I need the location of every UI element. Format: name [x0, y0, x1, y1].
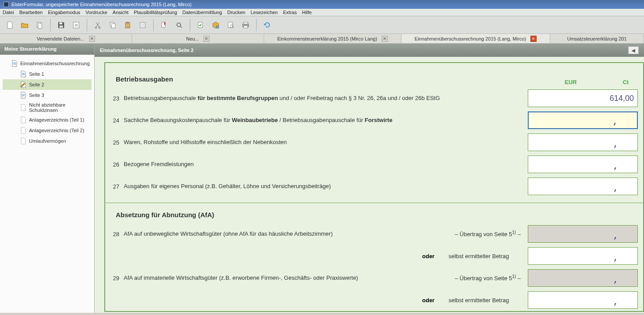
tab-einkommensteuer[interactable]: Einkommensteuererklärung 2015 (Mirco Lan… [264, 34, 401, 43]
svg-rect-21 [244, 26, 247, 28]
preview-button[interactable] [224, 19, 237, 31]
menu-bearbeiten[interactable]: Bearbeiten [19, 10, 43, 15]
documents-button[interactable] [33, 19, 46, 31]
svg-rect-10 [125, 22, 130, 28]
copy-button[interactable] [107, 19, 119, 31]
tree-anlage-1[interactable]: Anlageverzeichnis (Teil 1) [3, 115, 92, 125]
new-file-button[interactable] [4, 19, 16, 31]
selbst-label: selbst ermittelter Betrag [449, 297, 528, 304]
svg-point-14 [177, 23, 180, 26]
refresh-button[interactable] [261, 19, 273, 31]
form-row-28-alt: oder selbst ermittelter Betrag , [105, 245, 643, 267]
save-with-date-button[interactable]: 15 [70, 19, 82, 31]
svg-rect-11 [127, 22, 129, 23]
page-icon [11, 60, 18, 67]
tab-neu[interactable]: Neu...✕ [132, 34, 264, 43]
amount-input-24[interactable]: , [528, 111, 638, 129]
svg-rect-3 [59, 25, 63, 27]
notes-button[interactable] [136, 19, 149, 31]
tree-seite-3[interactable]: Seite 3 [3, 90, 92, 100]
row-number: 26 [105, 161, 124, 168]
row-description: AfA auf unbewegliche Wirtschaftsgüter (o… [124, 230, 440, 238]
form-row-29: 29 AfA auf immaterielle Wirtschaftsgüter… [105, 267, 643, 289]
section-betriebsausgaben: Betriebsausgaben [105, 67, 528, 87]
amount-input-26[interactable]: , [528, 156, 638, 173]
tab-einnahmenueberschuss[interactable]: Einnahmenüberschussrechnung 2015 (Lang, … [401, 34, 550, 43]
validate-button[interactable] [195, 19, 207, 31]
form-scroll-area[interactable]: Betriebsausgaben EUR Ct 23 Betriebsausga… [95, 57, 644, 313]
eur-label: EUR [528, 79, 614, 85]
amount-display-28a: , [528, 225, 638, 243]
tab-umsatzsteuer[interactable]: Umsatzsteuererklärung 201 [550, 34, 644, 43]
print-button[interactable] [239, 19, 252, 31]
oder-label: oder [422, 253, 449, 259]
row-number: 27 [105, 183, 124, 190]
menu-vordrucke[interactable]: Vordrucke [85, 10, 107, 15]
save-button[interactable] [55, 19, 67, 31]
tree-seite-1[interactable]: Seite 1 [3, 69, 92, 79]
content-title: Einnahmenüberschussrechnung, Seite 2 [100, 48, 194, 53]
system-menu-icon[interactable] [4, 2, 9, 7]
row-description: Betriebsausgabenpauschale für bestimmte … [124, 94, 528, 102]
amount-input-23[interactable]: 614,00 [528, 89, 638, 107]
row-number: 25 [105, 139, 124, 146]
bookmark-button[interactable] [158, 19, 170, 31]
amount-input-27[interactable]: , [528, 178, 638, 195]
blank-page-icon [20, 137, 26, 145]
tree-anlage-2[interactable]: Anlageverzeichnis (Teil 2) [3, 125, 92, 136]
menu-eingabemodus[interactable]: Eingabemodus [48, 10, 80, 15]
tab-close-icon[interactable]: ✕ [89, 36, 95, 42]
menu-plausibilitaet[interactable]: Plausibilitätsprüfung [134, 10, 177, 15]
zoom-button[interactable] [173, 19, 185, 31]
row-description: Bezogene Fremdleistungen [124, 160, 528, 168]
tree-umlaufvermoegen[interactable]: Umlaufvermögen [3, 136, 92, 146]
svg-rect-9 [112, 23, 115, 28]
form-row-29-alt: oder selbst ermittelter Betrag , [105, 289, 643, 311]
menu-lesezeichen[interactable]: Lesezeichen [250, 10, 278, 15]
tree-seite-2[interactable]: Seite 2 [3, 79, 92, 90]
sidebar-title: Meine Steuererklärung [0, 44, 94, 55]
tab-close-icon[interactable]: ✕ [203, 36, 210, 42]
menu-datei[interactable]: Datei [3, 10, 14, 15]
transmit-button[interactable] [210, 19, 222, 31]
menu-datenuebermittlung[interactable]: Datenübermittlung [182, 10, 222, 15]
menu-ansicht[interactable]: Ansicht [113, 10, 129, 15]
tab-verwendete-dateien[interactable]: Verwendete Dateien...✕ [0, 34, 132, 43]
tree-root-einnahmen[interactable]: Einnahmenüberschussrechnung [3, 58, 92, 69]
page-icon [20, 70, 26, 78]
form-row-26: 26 Bezogene Fremdleistungen , [105, 153, 643, 175]
blank-page-icon [20, 116, 26, 123]
document-tabs: Verwendete Dateien...✕ Neu...✕ Einkommen… [0, 34, 644, 44]
form-row-24: 24 Sachliche Bebauungskostenpauschale fü… [105, 109, 643, 131]
toolbar: 15 [0, 16, 644, 34]
menu-hilfe[interactable]: Hilfe [302, 10, 312, 15]
amount-input-29b[interactable]: , [528, 291, 638, 309]
cut-button[interactable] [92, 19, 104, 31]
tree-nicht-abziehbare[interactable]: Nicht abziehbare Schuldzinsen [3, 100, 92, 115]
form-row-27: 27 Ausgaben für eigenes Personal (z.B. G… [105, 175, 643, 197]
scroll-left-button[interactable]: ◀ [628, 46, 639, 54]
row-number: 28 [105, 231, 124, 237]
open-file-button[interactable] [18, 19, 31, 31]
menu-extras[interactable]: Extras [283, 10, 297, 15]
section-afa: Absetzung für Abnutzung (AfA) [105, 203, 643, 223]
blank-page-icon [20, 104, 26, 111]
menu-bar: Datei Bearbeiten Eingabemodus Vordrucke … [0, 9, 644, 16]
pencil-page-icon [20, 81, 26, 88]
menu-drucken[interactable]: Drucken [227, 10, 245, 15]
amount-input-28b[interactable]: , [528, 247, 638, 265]
paste-button[interactable] [121, 19, 134, 31]
row-hint: – Übertrag von Seite 51) – [440, 230, 528, 237]
window-title: ElsterFormular, ungespeicherte Einnahmen… [11, 2, 191, 7]
ct-label: Ct [614, 79, 638, 85]
oder-label: oder [422, 297, 449, 304]
row-number: 29 [105, 275, 124, 282]
selbst-label: selbst ermittelter Betrag [449, 253, 528, 259]
form-row-28: 28 AfA auf unbewegliche Wirtschaftsgüter… [105, 223, 643, 245]
svg-rect-1 [38, 23, 42, 28]
amount-input-25[interactable]: , [528, 133, 638, 151]
row-description: Sachliche Bebauungskostenpauschale für W… [124, 116, 528, 124]
tab-close-icon[interactable]: ✕ [382, 36, 388, 42]
form-row-25: 25 Waren, Rohstoffe und Hilfsstoffe eins… [105, 131, 643, 153]
tab-close-icon[interactable]: ✕ [530, 36, 537, 42]
